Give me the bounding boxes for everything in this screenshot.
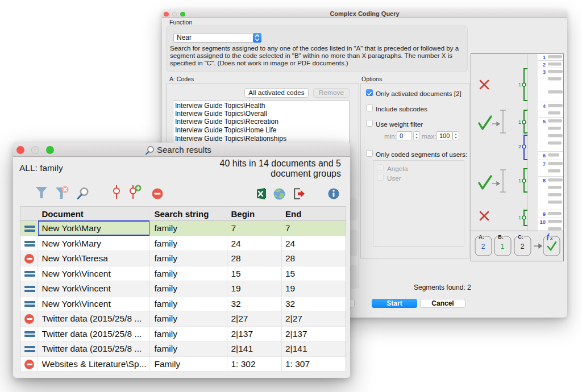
svg-text:3: 3 bbox=[543, 69, 546, 75]
svg-text:A:: A: bbox=[479, 233, 484, 240]
svg-text:C:: C: bbox=[518, 233, 523, 240]
svg-text:8: 8 bbox=[543, 177, 546, 184]
svg-text:x: x bbox=[550, 235, 553, 241]
svg-text:10: 10 bbox=[539, 219, 546, 225]
svg-text:B:: B: bbox=[498, 233, 504, 240]
svg-text:1: 1 bbox=[518, 119, 521, 125]
svg-text:1: 1 bbox=[543, 54, 546, 60]
svg-text:2: 2 bbox=[543, 61, 546, 68]
svg-text:1: 1 bbox=[518, 178, 521, 184]
svg-text:5: 5 bbox=[543, 118, 546, 124]
svg-text:6: 6 bbox=[543, 152, 546, 159]
svg-text:1: 1 bbox=[518, 82, 521, 87]
svg-text:1: 1 bbox=[501, 243, 505, 251]
svg-text:2: 2 bbox=[518, 144, 521, 149]
svg-text:1: 1 bbox=[518, 215, 521, 220]
svg-text:2: 2 bbox=[481, 243, 485, 251]
svg-text:9: 9 bbox=[543, 211, 546, 217]
svg-text:7: 7 bbox=[543, 161, 546, 167]
svg-text:4: 4 bbox=[543, 103, 546, 109]
svg-text:2: 2 bbox=[521, 243, 525, 251]
